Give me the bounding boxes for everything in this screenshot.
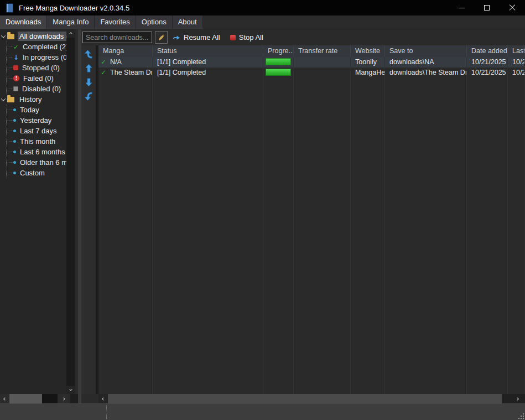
table-row-1-status[interactable]: [1/1] Completed	[153, 57, 263, 68]
scroll-right-button[interactable]	[510, 394, 525, 403]
tab-manga-info[interactable]: Manga Info	[47, 15, 95, 29]
move-to-top-button[interactable]	[82, 48, 95, 60]
sidebar-item-stopped[interactable]: Stopped (0)	[7, 63, 66, 73]
sidebar-item-today[interactable]: Today	[7, 105, 66, 115]
scrollbar-thumb[interactable]	[108, 394, 502, 403]
minimize-button[interactable]	[449, 0, 474, 15]
sidebar-item-last-6-months[interactable]: Last 6 months	[7, 147, 66, 157]
table-row-1-manga[interactable]: ✓ N/A	[98, 57, 153, 68]
tree-item-label: Stopped (0)	[20, 63, 61, 72]
disabled-square-icon	[13, 86, 18, 91]
chevron-down-icon[interactable]	[1, 96, 6, 101]
scroll-right-button[interactable]	[58, 394, 70, 403]
tree-item-label: All downloads (2)	[18, 32, 66, 41]
stop-all-button[interactable]: Stop All	[225, 29, 268, 45]
tab-bar: Downloads Manga Info Favorites Options A…	[0, 15, 525, 29]
dot-icon	[13, 119, 16, 122]
scroll-left-button[interactable]	[0, 394, 9, 403]
tree-item-label: Failed (0)	[22, 74, 55, 83]
search-input[interactable]	[82, 32, 152, 43]
scrollbar-track[interactable]	[66, 38, 75, 386]
scrollbar-spacer	[81, 394, 98, 403]
scrollbar-track[interactable]	[42, 394, 58, 403]
scroll-left-button[interactable]	[98, 394, 108, 403]
manga-title: The Steam Dra...	[110, 69, 153, 76]
scroll-down-button[interactable]	[66, 386, 75, 394]
status-bar	[0, 403, 525, 420]
sidebar-item-completed[interactable]: ✓ Completed (2)	[7, 42, 66, 52]
table-row-1-date-added[interactable]: 10/21/2025 ...	[467, 57, 508, 68]
tab-downloads[interactable]: Downloads	[0, 15, 47, 29]
sidebar-item-last-7-days[interactable]: Last 7 days	[7, 126, 66, 136]
completed-check-icon: ✓	[101, 58, 106, 66]
scrollbar-track[interactable]	[502, 394, 510, 403]
move-to-bottom-button[interactable]	[82, 90, 95, 102]
dot-icon	[13, 129, 16, 132]
folder-icon	[7, 97, 14, 102]
column-header-progress[interactable]: Progre...	[263, 45, 294, 57]
tree-horizontal-scrollbar[interactable]	[0, 394, 78, 403]
table-row-1-progress[interactable]	[263, 57, 294, 68]
table-row-2-transfer-rate[interactable]	[294, 68, 351, 78]
chevron-up-icon	[69, 32, 72, 35]
column-header-status[interactable]: Status	[153, 45, 263, 57]
sidebar-item-in-progress[interactable]: ↓ In progress (0)	[7, 52, 66, 63]
table-row-2-website[interactable]: MangaHere	[351, 68, 385, 78]
sidebar-item-this-month[interactable]: This month	[7, 136, 66, 147]
table-row-1-website[interactable]: Toonily	[351, 57, 385, 68]
column-header-website[interactable]: Website	[351, 45, 385, 57]
sidebar-item-history[interactable]: History	[0, 94, 66, 105]
window-controls	[449, 0, 525, 15]
tab-options[interactable]: Options	[136, 15, 173, 29]
table-horizontal-scrollbar[interactable]	[81, 394, 525, 403]
table-row-1-transfer-rate[interactable]	[294, 57, 351, 68]
column-header-manga[interactable]: Manga	[98, 45, 153, 57]
tree-vertical-scrollbar[interactable]	[66, 29, 75, 394]
column-header-last[interactable]: Last	[508, 45, 525, 57]
stop-square-icon	[230, 35, 236, 40]
all-downloads-children: ✓ Completed (2) ↓ In progress (0) Stoppe…	[6, 42, 66, 94]
table-row-1-last[interactable]: 10/2	[508, 57, 525, 68]
column-header-transfer-rate[interactable]: Transfer rate	[294, 45, 351, 57]
sidebar-item-older-than-6-months[interactable]: Older than 6 months	[7, 157, 66, 168]
chevron-right-icon	[516, 397, 519, 401]
tab-about[interactable]: About	[173, 15, 203, 29]
scroll-up-button[interactable]	[66, 29, 75, 38]
scrollbar-thumb[interactable]	[9, 394, 42, 403]
stop-all-label: Stop All	[239, 33, 263, 42]
chevron-down-icon[interactable]	[1, 33, 6, 38]
sidebar-item-yesterday[interactable]: Yesterday	[7, 115, 66, 126]
tree-item-label: Last 6 months	[18, 147, 66, 157]
sidebar-item-failed[interactable]: ! Failed (0)	[7, 73, 66, 84]
resize-grip[interactable]	[523, 418, 524, 419]
column-header-save-to[interactable]: Save to	[385, 45, 467, 57]
in-progress-arrow-icon: ↓	[13, 54, 19, 61]
progress-bar	[266, 58, 291, 65]
close-button[interactable]	[500, 0, 525, 15]
column-header-date-added[interactable]: Date added	[467, 45, 508, 57]
tab-favorites[interactable]: Favorites	[95, 15, 136, 29]
move-up-button[interactable]	[82, 62, 95, 74]
table-row-1-save-to[interactable]: downloads\NA	[385, 57, 467, 68]
table-row-2-last[interactable]: 10/2	[508, 68, 525, 78]
move-top-arrow-icon	[84, 49, 94, 60]
tree-item-label: Yesterday	[18, 116, 53, 125]
resume-all-button[interactable]: Resume All	[168, 29, 225, 45]
sidebar-item-all-downloads[interactable]: All downloads (2)	[0, 31, 66, 42]
maximize-button[interactable]	[474, 0, 500, 15]
window-title: Free Manga Downloader v2.0.34.5	[19, 4, 129, 12]
manga-title: N/A	[110, 58, 122, 66]
move-down-button[interactable]	[82, 76, 95, 88]
table-row-2-status[interactable]: [1/1] Completed	[153, 68, 263, 78]
sidebar-item-disabled[interactable]: Disabled (0)	[7, 84, 66, 94]
sidebar-item-custom[interactable]: Custom	[7, 168, 66, 178]
table-row-2-date-added[interactable]: 10/21/2025 ...	[467, 68, 508, 78]
table-row-2-progress[interactable]	[263, 68, 294, 78]
sidebar-region: All downloads (2) ✓ Completed (2) ↓ In p…	[0, 29, 78, 403]
app-icon	[6, 3, 13, 13]
clear-search-button[interactable]	[155, 31, 168, 44]
resume-all-label: Resume All	[184, 33, 220, 42]
maximize-icon	[484, 5, 490, 11]
table-row-2-manga[interactable]: ✓ The Steam Dra...	[98, 68, 153, 78]
table-row-2-save-to[interactable]: downloads\The Steam Dr...	[385, 68, 467, 78]
